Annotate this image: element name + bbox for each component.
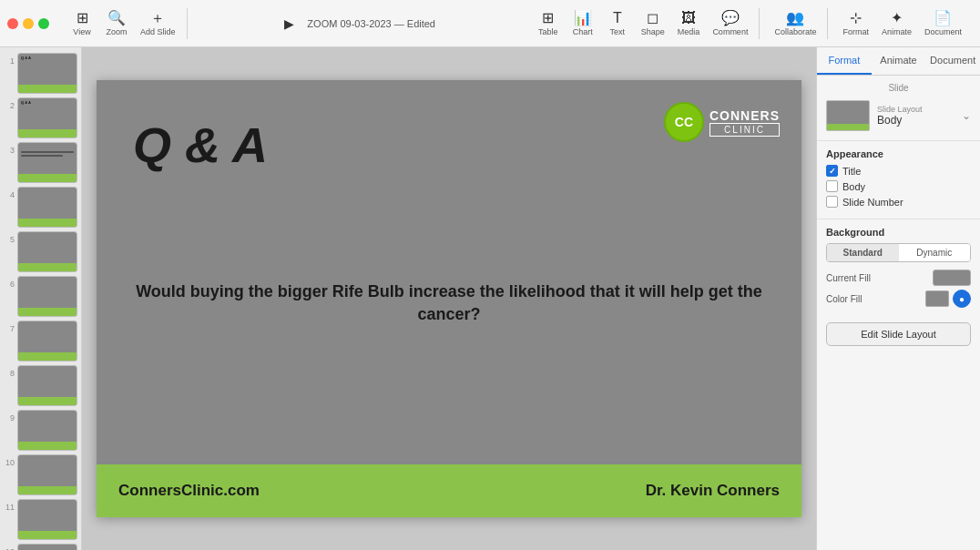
panel-section-label: Slide <box>817 76 980 97</box>
shape-label: Shape <box>641 27 665 36</box>
table-icon: ⊞ <box>542 11 554 25</box>
thumb-img-7 <box>17 321 77 362</box>
format-label: Format <box>842 27 869 36</box>
thumb-number-2: 2 <box>4 101 15 110</box>
slide-layout-label: Slide Layout <box>877 105 962 114</box>
bg-dynamic-btn[interactable]: Dynamic <box>899 244 971 261</box>
thumbnail-1[interactable]: 1 Q & A <box>4 53 77 94</box>
thumb-number-1: 1 <box>4 56 15 66</box>
play-button[interactable]: ▶ <box>278 13 300 35</box>
format-icon: ⊹ <box>850 11 862 25</box>
thumbnail-8[interactable]: 8 <box>4 365 77 406</box>
thumb-img-8 <box>17 365 77 406</box>
slide-layout-arrow[interactable]: ⌄ <box>962 109 971 122</box>
text-button[interactable]: T Text <box>601 8 634 39</box>
thumb-number-9: 9 <box>4 413 15 423</box>
chart-button[interactable]: 📊 Chart <box>567 8 599 39</box>
zoom-icon: 🔍 <box>107 11 126 25</box>
shape-icon: ◻ <box>647 11 658 25</box>
collaborate-button[interactable]: 👥 Collaborate <box>769 8 822 39</box>
chart-label: Chart <box>573 27 593 36</box>
checkbox-body-row[interactable]: Body <box>826 180 971 192</box>
thumbnail-10[interactable]: 10 <box>4 454 77 495</box>
comment-icon: 💬 <box>721 11 740 25</box>
thumb-number-5: 5 <box>4 235 15 244</box>
window-title: ZOOM 09-03-2023 — Edited <box>307 18 435 29</box>
thumbnail-6[interactable]: 6 <box>4 276 77 317</box>
table-button[interactable]: ⊞ Table <box>532 8 565 39</box>
thumb-number-3: 3 <box>4 146 15 155</box>
view-label: View <box>73 27 90 36</box>
color-swatch-row: ● <box>925 290 971 308</box>
thumb-number-10: 10 <box>4 458 15 467</box>
tab-format[interactable]: Format <box>817 47 872 75</box>
media-button[interactable]: 🖼 Media <box>672 8 706 39</box>
color-fill-active-btn[interactable]: ● <box>953 290 971 308</box>
media-icon: 🖼 <box>681 11 696 25</box>
thumbnails-panel[interactable]: 1 Q & A 2 Q & A 3 <box>0 47 82 550</box>
view-button[interactable]: ⊞ View <box>66 8 98 39</box>
current-fill-swatch[interactable] <box>933 270 971 286</box>
checkbox-body[interactable] <box>826 180 838 192</box>
slide-title[interactable]: Q & A <box>133 117 268 173</box>
slide-logo: CC CONNERS CLINIC <box>664 102 780 142</box>
color-fill-icon: ● <box>959 294 965 304</box>
add-slide-icon: ＋ <box>150 11 165 25</box>
thumb-img-4 <box>17 187 77 228</box>
thumb-img-11 <box>17 499 77 540</box>
zoom-button[interactable]: 🔍 Zoom <box>100 8 133 39</box>
slide-layout-row: Slide Layout Body ⌄ <box>817 97 980 135</box>
shape-button[interactable]: ◻ Shape <box>636 8 670 39</box>
color-fill-row: Color Fill ● <box>826 290 971 308</box>
thumb-img-10 <box>17 454 77 495</box>
close-window-btn[interactable] <box>7 18 18 29</box>
edit-slide-layout-button[interactable]: Edit Slide Layout <box>826 322 971 346</box>
thumbnail-5[interactable]: 5 <box>4 231 77 272</box>
background-title: Background <box>826 227 971 238</box>
checkbox-slide-number-row[interactable]: Slide Number <box>826 196 971 208</box>
thumbnail-12[interactable]: 12 <box>4 544 77 550</box>
thumbnail-4[interactable]: 4 <box>4 187 77 228</box>
minimize-window-btn[interactable] <box>23 18 34 29</box>
toolbar-center: ▶ ZOOM 09-03-2023 — Edited <box>191 13 523 35</box>
media-label: Media <box>678 27 700 36</box>
document-button[interactable]: 📄 Document <box>919 8 967 39</box>
thumbnail-9[interactable]: 9 <box>4 410 77 451</box>
background-section: Background Standard Dynamic Current Fill… <box>817 219 980 315</box>
maximize-window-btn[interactable] <box>38 18 49 29</box>
thumbnail-11[interactable]: 11 <box>4 499 77 540</box>
zoom-label: Zoom <box>106 27 127 36</box>
bg-standard-btn[interactable]: Standard <box>827 244 899 261</box>
format-button[interactable]: ⊹ Format <box>837 8 874 39</box>
tab-animate[interactable]: Animate <box>872 47 926 75</box>
slide-area[interactable]: CC CONNERS CLINIC Q & A Would buying the… <box>82 47 816 550</box>
current-fill-row: Current Fill <box>826 270 971 286</box>
main-area: 1 Q & A 2 Q & A 3 <box>0 47 980 550</box>
checkbox-title[interactable] <box>826 165 838 177</box>
animate-button[interactable]: ✦ Animate <box>876 8 917 39</box>
appearance-title: Appearance <box>826 148 971 159</box>
checkbox-title-row[interactable]: Title <box>826 165 971 177</box>
text-label: Text <box>610 27 626 36</box>
thumb-number-8: 8 <box>4 369 15 378</box>
slide-canvas: CC CONNERS CLINIC Q & A Would buying the… <box>97 80 801 517</box>
thumb-number-11: 11 <box>4 503 15 512</box>
tab-document[interactable]: Document <box>925 47 980 75</box>
document-label: Document <box>924 27 962 36</box>
color-fill-swatch[interactable] <box>925 290 949 307</box>
slide-body-text[interactable]: Would buying the bigger Rife Bulb increa… <box>133 280 765 326</box>
right-panel: Format Animate Document Slide Slide Layo… <box>816 47 980 550</box>
toolbar: ⊞ View 🔍 Zoom ＋ Add Slide ▶ ZOOM 09-03-2… <box>0 0 980 47</box>
appearance-section: Appearance Title Body Slide Number <box>817 140 980 219</box>
thumbnail-7[interactable]: 7 <box>4 321 77 362</box>
add-slide-button[interactable]: ＋ Add Slide <box>135 8 181 39</box>
color-fill-label: Color Fill <box>826 294 862 304</box>
logo-circle: CC <box>664 102 704 142</box>
thumb-img-12 <box>17 544 77 550</box>
thumb-img-9 <box>17 410 77 451</box>
thumbnail-2[interactable]: 2 Q & A <box>4 97 77 138</box>
checkbox-slide-number[interactable] <box>826 196 838 208</box>
document-icon: 📄 <box>934 11 952 25</box>
thumbnail-3[interactable]: 3 <box>4 142 77 183</box>
comment-button[interactable]: 💬 Comment <box>707 8 753 39</box>
